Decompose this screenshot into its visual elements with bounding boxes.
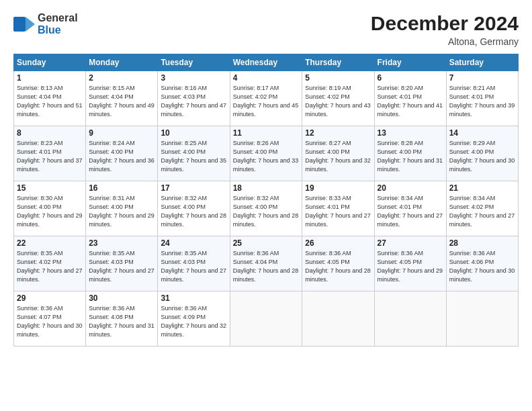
day-number: 31: [161, 293, 226, 303]
day-info: Sunrise: 8:36 AMSunset: 4:05 PMDaylight:…: [378, 249, 443, 284]
day-info: Sunrise: 8:36 AMSunset: 4:08 PMDaylight:…: [89, 304, 154, 339]
day-number: 17: [161, 183, 226, 193]
day-info: Sunrise: 8:19 AMSunset: 4:02 PMDaylight:…: [305, 84, 371, 119]
day-number: 24: [161, 238, 226, 248]
day-info: Sunrise: 8:36 AMSunset: 4:04 PMDaylight:…: [233, 249, 300, 284]
calendar-cell: 5Sunrise: 8:19 AMSunset: 4:02 PMDaylight…: [302, 71, 374, 126]
calendar-cell: [446, 291, 518, 347]
day-info: Sunrise: 8:35 AMSunset: 4:02 PMDaylight:…: [17, 249, 83, 284]
day-number: 2: [89, 73, 154, 83]
calendar-cell: 11Sunrise: 8:26 AMSunset: 4:00 PMDayligh…: [230, 126, 302, 181]
calendar-cell: 3Sunrise: 8:16 AMSunset: 4:03 PMDaylight…: [158, 71, 230, 126]
day-info: Sunrise: 8:31 AMSunset: 4:00 PMDaylight:…: [89, 194, 154, 229]
calendar-cell: 19Sunrise: 8:33 AMSunset: 4:01 PMDayligh…: [302, 181, 374, 236]
location: Altona, Germany: [371, 36, 519, 47]
svg-rect-0: [13, 17, 26, 32]
day-number: 3: [161, 73, 226, 83]
day-info: Sunrise: 8:17 AMSunset: 4:02 PMDaylight:…: [233, 84, 300, 119]
day-info: Sunrise: 8:16 AMSunset: 4:03 PMDaylight:…: [161, 84, 226, 119]
day-info: Sunrise: 8:26 AMSunset: 4:00 PMDaylight:…: [233, 139, 300, 174]
calendar-cell: 28Sunrise: 8:36 AMSunset: 4:06 PMDayligh…: [446, 236, 518, 291]
day-info: Sunrise: 8:36 AMSunset: 4:06 PMDaylight:…: [449, 249, 515, 284]
weekday-monday: Monday: [86, 54, 158, 71]
day-info: Sunrise: 8:35 AMSunset: 4:03 PMDaylight:…: [89, 249, 154, 284]
day-info: Sunrise: 8:34 AMSunset: 4:02 PMDaylight:…: [449, 194, 515, 229]
calendar-cell: 7Sunrise: 8:21 AMSunset: 4:01 PMDaylight…: [446, 71, 518, 126]
weekday-friday: Friday: [374, 54, 446, 71]
calendar-table: SundayMondayTuesdayWednesdayThursdayFrid…: [13, 54, 519, 347]
day-number: 1: [17, 73, 83, 83]
weekday-saturday: Saturday: [446, 54, 518, 71]
calendar-cell: 14Sunrise: 8:29 AMSunset: 4:00 PMDayligh…: [446, 126, 518, 181]
day-info: Sunrise: 8:36 AMSunset: 4:07 PMDaylight:…: [17, 304, 83, 339]
calendar-cell: 12Sunrise: 8:27 AMSunset: 4:00 PMDayligh…: [302, 126, 374, 181]
calendar-cell: 17Sunrise: 8:32 AMSunset: 4:00 PMDayligh…: [158, 181, 230, 236]
day-info: Sunrise: 8:32 AMSunset: 4:00 PMDaylight:…: [161, 194, 226, 229]
day-number: 25: [233, 238, 300, 248]
day-number: 6: [378, 73, 443, 83]
calendar-cell: 10Sunrise: 8:25 AMSunset: 4:00 PMDayligh…: [158, 126, 230, 181]
day-info: Sunrise: 8:20 AMSunset: 4:01 PMDaylight:…: [378, 84, 443, 119]
calendar-week-4: 22Sunrise: 8:35 AMSunset: 4:02 PMDayligh…: [14, 236, 519, 291]
calendar-cell: 23Sunrise: 8:35 AMSunset: 4:03 PMDayligh…: [86, 236, 158, 291]
calendar-cell: [230, 291, 302, 347]
day-info: Sunrise: 8:21 AMSunset: 4:01 PMDaylight:…: [449, 84, 515, 119]
calendar-cell: 30Sunrise: 8:36 AMSunset: 4:08 PMDayligh…: [86, 291, 158, 347]
calendar-cell: 15Sunrise: 8:30 AMSunset: 4:00 PMDayligh…: [14, 181, 86, 236]
day-number: 20: [378, 183, 443, 193]
day-info: Sunrise: 8:27 AMSunset: 4:00 PMDaylight:…: [305, 139, 371, 174]
day-number: 5: [305, 73, 371, 83]
logo-text-blue: Blue: [38, 24, 78, 36]
calendar-cell: [302, 291, 374, 347]
day-info: Sunrise: 8:30 AMSunset: 4:00 PMDaylight:…: [17, 194, 83, 229]
svg-marker-1: [26, 17, 35, 32]
day-number: 10: [161, 128, 226, 138]
day-number: 16: [89, 183, 154, 193]
calendar-cell: 1Sunrise: 8:13 AMSunset: 4:04 PMDaylight…: [14, 71, 86, 126]
calendar-week-5: 29Sunrise: 8:36 AMSunset: 4:07 PMDayligh…: [14, 291, 519, 347]
weekday-wednesday: Wednesday: [230, 54, 302, 71]
day-number: 14: [449, 128, 515, 138]
day-info: Sunrise: 8:34 AMSunset: 4:01 PMDaylight:…: [378, 194, 443, 229]
day-number: 9: [89, 128, 154, 138]
day-number: 19: [305, 183, 371, 193]
day-info: Sunrise: 8:29 AMSunset: 4:00 PMDaylight:…: [449, 139, 515, 174]
calendar-body: 1Sunrise: 8:13 AMSunset: 4:04 PMDaylight…: [14, 71, 519, 347]
calendar-cell: 21Sunrise: 8:34 AMSunset: 4:02 PMDayligh…: [446, 181, 518, 236]
day-info: Sunrise: 8:23 AMSunset: 4:01 PMDaylight:…: [17, 139, 83, 174]
day-number: 27: [378, 238, 443, 248]
weekday-tuesday: Tuesday: [158, 54, 230, 71]
page: General Blue December 2024 Altona, Germa…: [0, 0, 532, 411]
calendar-cell: 13Sunrise: 8:28 AMSunset: 4:00 PMDayligh…: [374, 126, 446, 181]
day-number: 22: [17, 238, 83, 248]
calendar-cell: 22Sunrise: 8:35 AMSunset: 4:02 PMDayligh…: [14, 236, 86, 291]
day-info: Sunrise: 8:36 AMSunset: 4:05 PMDaylight:…: [305, 249, 371, 284]
day-number: 23: [89, 238, 154, 248]
calendar-cell: 2Sunrise: 8:15 AMSunset: 4:04 PMDaylight…: [86, 71, 158, 126]
weekday-thursday: Thursday: [302, 54, 374, 71]
calendar-cell: 4Sunrise: 8:17 AMSunset: 4:02 PMDaylight…: [230, 71, 302, 126]
calendar-cell: 31Sunrise: 8:36 AMSunset: 4:09 PMDayligh…: [158, 291, 230, 347]
day-number: 13: [378, 128, 443, 138]
day-number: 26: [305, 238, 371, 248]
calendar-cell: 29Sunrise: 8:36 AMSunset: 4:07 PMDayligh…: [14, 291, 86, 347]
day-info: Sunrise: 8:32 AMSunset: 4:00 PMDaylight:…: [233, 194, 300, 229]
calendar-week-3: 15Sunrise: 8:30 AMSunset: 4:00 PMDayligh…: [14, 181, 519, 236]
day-info: Sunrise: 8:35 AMSunset: 4:03 PMDaylight:…: [161, 249, 226, 284]
month-title: December 2024: [371, 12, 519, 35]
logo: General Blue: [13, 12, 78, 36]
weekday-header-row: SundayMondayTuesdayWednesdayThursdayFrid…: [14, 54, 519, 71]
day-number: 4: [233, 73, 300, 83]
day-info: Sunrise: 8:28 AMSunset: 4:00 PMDaylight:…: [378, 139, 443, 174]
day-number: 11: [233, 128, 300, 138]
calendar-week-1: 1Sunrise: 8:13 AMSunset: 4:04 PMDaylight…: [14, 71, 519, 126]
day-number: 21: [449, 183, 515, 193]
calendar-cell: 25Sunrise: 8:36 AMSunset: 4:04 PMDayligh…: [230, 236, 302, 291]
day-info: Sunrise: 8:15 AMSunset: 4:04 PMDaylight:…: [89, 84, 154, 119]
day-info: Sunrise: 8:36 AMSunset: 4:09 PMDaylight:…: [161, 304, 226, 339]
calendar-cell: 26Sunrise: 8:36 AMSunset: 4:05 PMDayligh…: [302, 236, 374, 291]
day-number: 15: [17, 183, 83, 193]
calendar-week-2: 8Sunrise: 8:23 AMSunset: 4:01 PMDaylight…: [14, 126, 519, 181]
calendar-cell: [374, 291, 446, 347]
logo-icon: [13, 17, 35, 32]
